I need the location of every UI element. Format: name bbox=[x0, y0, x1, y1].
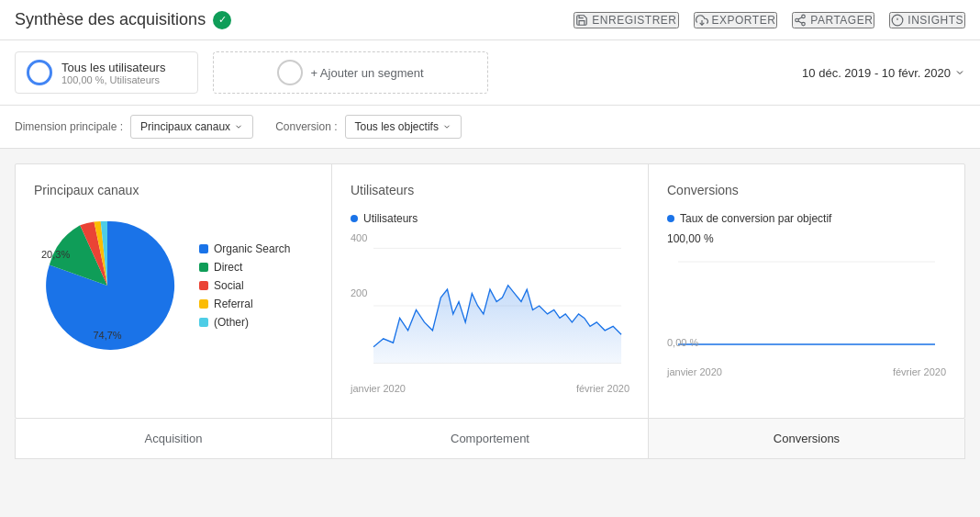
segment-info: Tous les utilisateurs 100,00 %, Utilisat… bbox=[61, 61, 165, 85]
pie-chart-section: Principaux canaux bbox=[16, 164, 332, 418]
conv-legend: Taux de conversion par objectif bbox=[667, 212, 946, 225]
dimension-chevron-icon bbox=[234, 122, 243, 131]
conv-svg bbox=[667, 253, 946, 363]
users-x-jan: janvier 2020 bbox=[351, 383, 406, 394]
insights-button[interactable]: INSIGHTS bbox=[889, 12, 965, 28]
conversion-label: Conversion : bbox=[275, 120, 337, 133]
conversions-chart-title: Conversions bbox=[667, 183, 946, 197]
svg-point-3 bbox=[802, 22, 806, 26]
svg-line-5 bbox=[798, 17, 802, 18]
dimension-label: Dimension principale : bbox=[15, 120, 123, 133]
conv-legend-label: Taux de conversion par objectif bbox=[680, 212, 831, 225]
add-segment-circle bbox=[277, 60, 303, 85]
tab-acquisition[interactable]: Acquisition bbox=[16, 419, 332, 458]
legend-other-label: (Other) bbox=[214, 316, 249, 329]
date-range[interactable]: 10 déc. 2019 - 10 févr. 2020 bbox=[802, 66, 965, 80]
pie-chart-title: Principaux canaux bbox=[34, 183, 313, 197]
legend-item-social: Social bbox=[199, 279, 290, 292]
legend-direct-label: Direct bbox=[214, 261, 242, 274]
add-segment-button[interactable]: + Ajouter un segment bbox=[213, 51, 488, 94]
save-icon bbox=[575, 14, 588, 27]
tab-comportement-label: Comportement bbox=[451, 432, 529, 445]
conv-legend-dot bbox=[667, 215, 674, 222]
segments-bar: Tous les utilisateurs 100,00 %, Utilisat… bbox=[0, 40, 980, 106]
legend-organic-label: Organic Search bbox=[214, 242, 290, 255]
pie-chart: 20,3% 74,7% bbox=[34, 212, 181, 359]
segment-circle bbox=[27, 60, 52, 85]
legend-item-organic: Organic Search bbox=[199, 242, 290, 255]
y-label-400: 400 bbox=[351, 232, 367, 243]
conv-bottom-pct: 0,00 % bbox=[667, 337, 698, 348]
svg-line-4 bbox=[798, 20, 802, 22]
all-users-segment[interactable]: Tous les utilisateurs 100,00 %, Utilisat… bbox=[15, 51, 198, 94]
users-x-feb: février 2020 bbox=[576, 383, 629, 394]
other-dot bbox=[199, 318, 208, 327]
pie-label-747: 74,7% bbox=[93, 330, 121, 341]
dimension-value: Principaux canaux bbox=[140, 120, 230, 133]
pie-area: 20,3% 74,7% Organic Search Direct Social bbox=[34, 212, 313, 359]
tab-acquisition-label: Acquisition bbox=[145, 432, 203, 445]
legend-social-label: Social bbox=[214, 279, 244, 292]
dimension-filter: Dimension principale : Principaux canaux bbox=[15, 115, 253, 139]
pie-label-203: 20,3% bbox=[41, 249, 70, 260]
verified-icon: ✓ bbox=[213, 11, 231, 29]
bottom-tabs: Acquisition Comportement Conversions bbox=[15, 419, 965, 459]
users-chart-title: Utilisateurs bbox=[351, 183, 629, 197]
segment-sub: 100,00 %, Utilisateurs bbox=[61, 74, 165, 85]
legend-item-other: (Other) bbox=[199, 316, 290, 329]
chevron-down-icon bbox=[954, 67, 965, 78]
conv-x-labels: janvier 2020 février 2020 bbox=[667, 366, 946, 377]
conversions-chart-section: Conversions Taux de conversion par objec… bbox=[649, 164, 964, 418]
direct-dot bbox=[199, 263, 208, 272]
conversion-select[interactable]: Tous les objectifs bbox=[345, 115, 462, 139]
header-left: Synthèse des acquisitions ✓ bbox=[15, 10, 231, 29]
share-icon bbox=[794, 14, 807, 27]
filters-bar: Dimension principale : Principaux canaux… bbox=[0, 106, 980, 149]
share-button[interactable]: PARTAGER bbox=[792, 12, 874, 28]
users-line-chart: 400 200 bbox=[351, 232, 629, 398]
save-button[interactable]: ENREGISTRER bbox=[574, 12, 678, 28]
legend-item-referral: Referral bbox=[199, 298, 290, 310]
page-title: Synthèse des acquisitions bbox=[15, 10, 206, 29]
conv-top-pct: 100,00 % bbox=[667, 232, 946, 245]
date-range-label: 10 déc. 2019 - 10 févr. 2020 bbox=[802, 66, 951, 80]
conversion-chevron-icon bbox=[442, 122, 451, 131]
conversion-filter: Conversion : Tous les objectifs bbox=[275, 115, 462, 139]
main-content: Principaux canaux bbox=[0, 149, 980, 474]
header: Synthèse des acquisitions ✓ ENREGISTRER … bbox=[0, 0, 980, 40]
users-legend: Utilisateurs bbox=[351, 212, 629, 225]
dimension-select[interactable]: Principaux canaux bbox=[130, 115, 253, 139]
tab-conversions[interactable]: Conversions bbox=[649, 419, 964, 458]
users-legend-label: Utilisateurs bbox=[363, 212, 418, 225]
conversion-value: Tous les objectifs bbox=[355, 120, 439, 133]
svg-point-1 bbox=[802, 15, 806, 17]
charts-panel: Principaux canaux bbox=[15, 163, 965, 419]
conv-x-feb: février 2020 bbox=[893, 366, 946, 377]
referral-dot bbox=[199, 299, 208, 309]
segment-name: Tous les utilisateurs bbox=[61, 61, 165, 74]
header-actions: ENREGISTRER EXPORTER PARTAGER INSIGHTS bbox=[574, 12, 965, 28]
users-legend-dot bbox=[351, 215, 358, 222]
legend-referral-label: Referral bbox=[214, 298, 253, 310]
pie-legend: Organic Search Direct Social Referral bbox=[199, 242, 290, 329]
conv-x-jan: janvier 2020 bbox=[667, 366, 722, 377]
users-chart-section: Utilisateurs Utilisateurs 400 200 bbox=[332, 164, 649, 418]
segments-left: Tous les utilisateurs 100,00 %, Utilisat… bbox=[15, 51, 488, 94]
legend-item-direct: Direct bbox=[199, 261, 290, 274]
export-button[interactable]: EXPORTER bbox=[694, 12, 778, 28]
insights-icon bbox=[891, 14, 904, 27]
svg-point-2 bbox=[796, 18, 799, 22]
social-dot bbox=[199, 281, 208, 290]
conv-chart-area: 0,00 % janvier 2020 février 2020 bbox=[667, 253, 946, 399]
tab-conversions-label: Conversions bbox=[774, 432, 840, 445]
y-label-200: 200 bbox=[351, 287, 367, 298]
users-x-labels: janvier 2020 février 2020 bbox=[351, 383, 629, 394]
organic-search-dot bbox=[199, 244, 208, 253]
tab-comportement[interactable]: Comportement bbox=[332, 419, 649, 458]
export-icon bbox=[696, 14, 708, 27]
add-segment-label: + Ajouter un segment bbox=[310, 66, 423, 80]
users-svg bbox=[351, 232, 629, 379]
